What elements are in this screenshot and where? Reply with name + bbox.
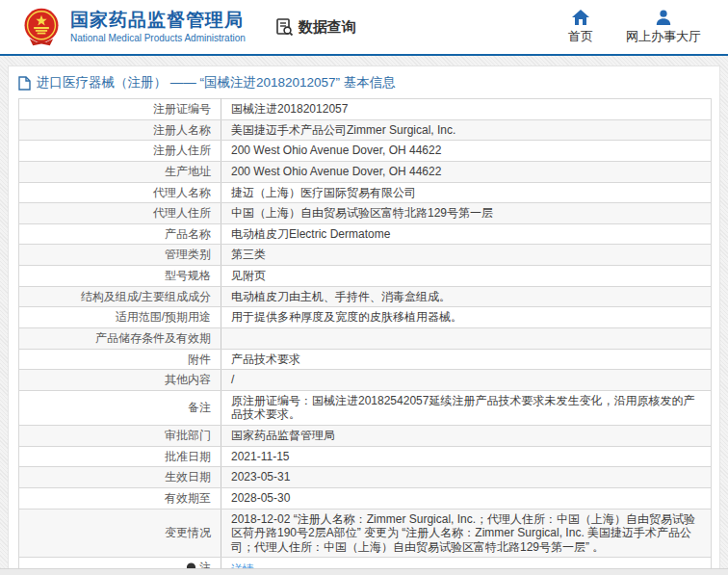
row-label: 其他内容 xyxy=(19,370,221,391)
row-value: 200 West Ohio Avenue Dover, OH 44622 xyxy=(221,141,712,162)
row-label: 有效期至 xyxy=(19,487,221,509)
row-label: 附件 xyxy=(19,349,221,370)
row-label: 注册证编号 xyxy=(19,99,221,120)
data-query-icon xyxy=(274,17,294,37)
row-label: 备注 xyxy=(19,390,221,425)
table-row: 产品名称电动植皮刀Electric Dermatome xyxy=(19,223,712,245)
registration-table: 注册证编号国械注进20182012057注册人名称美国捷迈手术产品公司Zimme… xyxy=(18,98,712,568)
row-value: 原注册证编号：国械注进20182542057延续注册产品技术要求未发生变化，沿用… xyxy=(221,390,712,425)
row-label: 产品储存条件及有效期 xyxy=(19,327,221,349)
row-label: 型号规格 xyxy=(19,266,221,287)
row-value: 2023-05-31 xyxy=(221,467,712,488)
table-row: 管理类别第三类 xyxy=(19,245,712,266)
nav-home[interactable]: 首页 xyxy=(568,10,593,45)
table-row: 变更情况2018-12-02 “注册人名称：Zimmer Surgical, I… xyxy=(19,509,712,558)
note-row-body: 注 详情 xyxy=(19,558,712,568)
org-name-en: National Medical Products Administration xyxy=(70,33,246,44)
row-label: 代理人住所 xyxy=(19,203,221,224)
row-value: 电动植皮刀Electric Dermatome xyxy=(221,223,712,245)
table-row: 备注原注册证编号：国械注进20182542057延续注册产品技术要求未发生变化，… xyxy=(19,390,712,425)
registration-rows: 注册证编号国械注进20182012057注册人名称美国捷迈手术产品公司Zimme… xyxy=(19,99,712,558)
row-value: 详情 xyxy=(221,558,712,568)
row-value: 捷迈（上海）医疗国际贸易有限公司 xyxy=(221,182,712,203)
row-label: 代理人名称 xyxy=(19,182,221,203)
nav-service-hall-label: 网上办事大厅 xyxy=(626,28,701,45)
table-row: 注册证编号国械注进20182012057 xyxy=(19,99,712,120)
row-value: 电动植皮刀由主机、手持件、消毒盒组成。 xyxy=(221,286,712,307)
row-label: 批准日期 xyxy=(19,446,221,467)
row-value: 产品技术要求 xyxy=(221,349,712,370)
table-row: 生产地址200 West Ohio Avenue Dover, OH 44622 xyxy=(19,161,712,182)
row-value: 2021-11-15 xyxy=(221,446,712,467)
row-label: 结构及组成/主要组成成分 xyxy=(19,286,221,307)
user-icon xyxy=(656,10,671,25)
site-header: 国家药品监督管理局 National Medical Products Admi… xyxy=(0,0,728,56)
table-row: 代理人住所中国（上海）自由贸易试验区富特北路129号第一层 xyxy=(19,203,712,224)
row-value: / xyxy=(221,370,712,391)
row-value: 中国（上海）自由贸易试验区富特北路129号第一层 xyxy=(221,203,712,224)
national-emblem-icon xyxy=(21,7,62,47)
footer-strip xyxy=(0,568,728,575)
row-label: 产品名称 xyxy=(19,223,221,245)
document-icon xyxy=(18,76,31,91)
row-value: 2018-12-02 “注册人名称：Zimmer Surgical, Inc.；… xyxy=(221,509,712,558)
table-row: 适用范围/预期用途用于提供多种厚度及宽度的皮肤移植用器械。 xyxy=(19,307,712,328)
nav-service-hall[interactable]: 网上办事大厅 xyxy=(626,10,701,45)
row-label: 生效日期 xyxy=(19,467,221,488)
table-row-note: 注 详情 xyxy=(19,558,712,568)
nav-home-label: 首页 xyxy=(568,28,593,45)
row-value: 美国捷迈手术产品公司Zimmer Surgical, Inc. xyxy=(221,119,712,141)
row-value: 第三类 xyxy=(221,245,712,266)
breadcrumb: 进口医疗器械（注册） —— “国械注进20182012057” 基本信息 xyxy=(9,66,719,98)
row-value: 2028-05-30 xyxy=(221,487,712,509)
row-label: 生产地址 xyxy=(19,161,221,182)
table-row: 其他内容/ xyxy=(19,370,712,391)
breadcrumb-text: 进口医疗器械（注册） —— “国械注进20182012057” 基本信息 xyxy=(37,74,396,91)
org-name-cn: 国家药品监督管理局 xyxy=(70,10,246,31)
data-query-label: 数据查询 xyxy=(299,18,356,37)
table-row: 结构及组成/主要组成成分电动植皮刀由主机、手持件、消毒盒组成。 xyxy=(19,286,712,307)
table-row: 注册人名称美国捷迈手术产品公司Zimmer Surgical, Inc. xyxy=(19,119,712,141)
table-row: 生效日期2023-05-31 xyxy=(19,467,712,488)
row-value xyxy=(221,327,712,349)
data-query-button[interactable]: 数据查询 xyxy=(274,17,356,37)
header-nav: 首页 网上办事大厅 xyxy=(568,10,715,45)
row-label: 注 xyxy=(19,558,221,568)
row-value: 200 West Ohio Avenue Dover, OH 44622 xyxy=(221,161,712,182)
table-row: 审批部门国家药品监督管理局 xyxy=(19,426,712,447)
row-label: 审批部门 xyxy=(19,426,221,447)
row-value: 见附页 xyxy=(221,266,712,287)
table-row: 有效期至2028-05-30 xyxy=(19,487,712,509)
home-icon xyxy=(572,10,589,25)
table-row: 型号规格见附页 xyxy=(19,266,712,287)
row-label: 注册人住所 xyxy=(19,141,221,162)
table-row: 附件产品技术要求 xyxy=(19,349,712,370)
nmpa-logo: 国家药品监督管理局 National Medical Products Admi… xyxy=(21,7,246,47)
content-panel: 进口医疗器械（注册） —— “国械注进20182012057” 基本信息 注册证… xyxy=(8,65,720,568)
table-row: 代理人名称捷迈（上海）医疗国际贸易有限公司 xyxy=(19,182,712,203)
note-label: 注 xyxy=(199,561,211,568)
table-row: 批准日期2021-11-15 xyxy=(19,446,712,467)
row-value: 国械注进20182012057 xyxy=(221,99,712,120)
row-value: 国家药品监督管理局 xyxy=(221,426,712,447)
row-value: 用于提供多种厚度及宽度的皮肤移植用器械。 xyxy=(221,307,712,328)
row-label: 适用范围/预期用途 xyxy=(19,307,221,328)
row-label: 注册人名称 xyxy=(19,119,221,141)
table-row: 产品储存条件及有效期 xyxy=(19,327,712,349)
table-row: 注册人住所200 West Ohio Avenue Dover, OH 4462… xyxy=(19,141,712,162)
row-label: 变更情况 xyxy=(19,509,221,558)
row-label: 管理类别 xyxy=(19,245,221,266)
